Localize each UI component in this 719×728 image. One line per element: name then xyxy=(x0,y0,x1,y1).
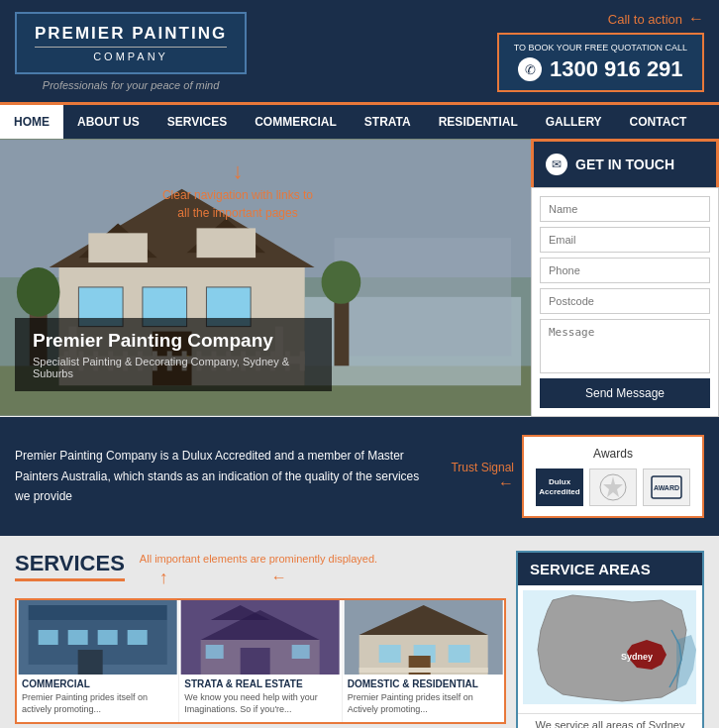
svg-rect-47 xyxy=(68,630,88,645)
service-card-residential[interactable]: DOMESTIC & RESIDENTIAL Premier Painting … xyxy=(343,600,504,722)
award-3: AWARD xyxy=(643,468,690,506)
services-header: SERVICES All important elements are prom… xyxy=(15,551,506,588)
service-areas: SERVICE AREAS Sydney We service all area… xyxy=(516,551,704,728)
svg-rect-20 xyxy=(334,297,349,365)
contact-form[interactable]: Send Message xyxy=(531,187,719,417)
hero-subtitle: Specialist Painting & Decorating Company… xyxy=(33,356,314,379)
phone-input[interactable] xyxy=(540,258,710,283)
cta-annotation: Call to action ← xyxy=(608,10,704,28)
logo-tagline: Professionals for your peace of mind xyxy=(15,79,247,91)
svg-rect-49 xyxy=(128,630,148,645)
services-title: SERVICES xyxy=(15,551,125,581)
service-commercial-label: COMMERCIAL xyxy=(17,675,178,691)
service-residential-image xyxy=(343,600,504,675)
svg-point-19 xyxy=(17,267,60,317)
nav-residential[interactable]: RESIDENTIAL xyxy=(425,105,532,139)
get-touch-header: ✉ GET IN TOUCH xyxy=(531,139,719,187)
navigation: HOME ABOUT US SERVICES COMMERCIAL STRATA… xyxy=(0,102,719,139)
awards-box: Awards DuluxAccredited AWARD xyxy=(522,435,704,518)
svg-marker-41 xyxy=(603,476,623,497)
phone-icon: ✆ xyxy=(518,57,542,81)
service-commercial-image xyxy=(17,600,178,675)
services-left: SERVICES All important elements are prom… xyxy=(15,551,506,728)
svg-text:Sydney: Sydney xyxy=(621,652,653,662)
awards-title: Awards xyxy=(536,447,690,461)
cta-phone: ✆ 1300 916 291 xyxy=(514,56,687,82)
annotation-down-arrow: ↓ xyxy=(158,158,317,184)
svg-rect-8 xyxy=(197,228,257,258)
nav-services[interactable]: SERVICES xyxy=(154,105,241,139)
sydney-map-svg: Sydney xyxy=(523,590,696,704)
svg-text:AWARD: AWARD xyxy=(654,484,679,491)
logo-container: PREMIER PAINTING COMPANY Professionals f… xyxy=(15,12,247,91)
trust-signal-label: Trust Signal xyxy=(451,461,514,474)
trust-section: Premier Painting Company is a Dulux Accr… xyxy=(0,417,719,536)
service-residential-label: DOMESTIC & RESIDENTIAL xyxy=(343,675,504,691)
header: PREMIER PAINTING COMPANY Professionals f… xyxy=(0,0,719,102)
logo-company: COMPANY xyxy=(35,51,227,62)
get-touch-label: GET IN TOUCH xyxy=(575,156,674,172)
logo-divider xyxy=(35,47,227,48)
service-residential-desc: Premier Painting prides itself on Active… xyxy=(343,691,504,722)
cta-area: Call to action ← TO BOOK YOUR FREE QUOTA… xyxy=(497,10,704,92)
hero-area: ↓ Clear navigation with links to all the… xyxy=(0,139,719,417)
trust-annotation: Trust Signal ← xyxy=(451,461,514,492)
svg-rect-56 xyxy=(206,645,224,659)
service-commercial-desc: Premier Painting prides itself on active… xyxy=(17,691,178,722)
cta-book-text: TO BOOK YOUR FREE QUOTATION CALL xyxy=(514,43,687,52)
envelope-icon: ✉ xyxy=(546,154,567,175)
svg-rect-66 xyxy=(359,668,487,673)
service-areas-caption: We service all areas of Sydney xyxy=(518,713,702,728)
services-section: SERVICES All important elements are prom… xyxy=(0,536,719,728)
trust-signal-wrapper: Trust Signal ← Awards DuluxAccredited AW… xyxy=(451,435,704,518)
cta-box[interactable]: TO BOOK YOUR FREE QUOTATION CALL ✆ 1300 … xyxy=(497,33,704,92)
hero-title: Premier Painting Company xyxy=(33,330,314,352)
services-arrow-right-icon: ← xyxy=(271,569,287,586)
name-input[interactable] xyxy=(540,196,710,222)
svg-rect-46 xyxy=(39,630,58,645)
nav-about[interactable]: ABOUT US xyxy=(63,105,154,139)
service-strata-image xyxy=(179,600,341,675)
svg-point-21 xyxy=(322,260,361,304)
svg-rect-51 xyxy=(78,650,103,675)
svg-rect-64 xyxy=(448,645,469,663)
service-card-commercial[interactable]: COMMERCIAL Premier Painting prides itsel… xyxy=(17,600,179,722)
services-arrow-up: ↑ xyxy=(159,568,168,588)
svg-rect-48 xyxy=(98,630,118,645)
message-input[interactable] xyxy=(540,319,710,373)
awards-list: DuluxAccredited AWARD xyxy=(536,468,690,506)
hero-overlay: Premier Painting Company Specialist Pain… xyxy=(15,318,332,391)
logo-box: PREMIER PAINTING COMPANY xyxy=(15,12,247,74)
send-button[interactable]: Send Message xyxy=(540,378,710,408)
postcode-input[interactable] xyxy=(540,288,710,314)
services-annotation-wrapper: All important elements are prominently d… xyxy=(140,551,377,588)
nav-commercial[interactable]: COMMERCIAL xyxy=(241,105,351,139)
svg-rect-17 xyxy=(334,238,511,356)
service-areas-title: SERVICE AREAS xyxy=(518,553,702,585)
service-areas-map: Sydney xyxy=(518,585,702,713)
trust-arrow-icon: ← xyxy=(498,474,514,492)
contact-sidebar: ✉ GET IN TOUCH Send Message xyxy=(531,139,719,417)
services-grid: COMMERCIAL Premier Painting prides itsel… xyxy=(15,598,506,724)
svg-rect-50 xyxy=(29,605,167,620)
hero-section: ↓ Clear navigation with links to all the… xyxy=(0,139,531,417)
nav-gallery[interactable]: GALLERY xyxy=(532,105,616,139)
email-input[interactable] xyxy=(540,227,710,253)
service-card-strata[interactable]: STRATA & REAL ESTATE We know you need he… xyxy=(179,600,342,722)
nav-strata[interactable]: STRATA xyxy=(351,105,425,139)
arrow-left-icon: ← xyxy=(688,10,704,28)
nav-annotation: ↓ Clear navigation with links to all the… xyxy=(158,158,317,222)
nav-contact[interactable]: CONTACT xyxy=(616,105,701,139)
hero-background: ↓ Clear navigation with links to all the… xyxy=(0,139,531,416)
award-dulux: DuluxAccredited xyxy=(536,468,583,506)
svg-rect-55 xyxy=(241,648,270,675)
service-strata-desc: We know you need help with your Imaginat… xyxy=(179,691,341,722)
logo-title: PREMIER PAINTING xyxy=(35,24,227,44)
cta-label: Call to action xyxy=(608,12,682,27)
service-strata-label: STRATA & REAL ESTATE xyxy=(179,675,341,691)
services-annotation: All important elements are prominently d… xyxy=(140,551,377,568)
svg-rect-62 xyxy=(378,645,400,663)
trust-text: Premier Painting Company is a Dulux Accr… xyxy=(15,446,436,506)
svg-rect-57 xyxy=(292,645,310,659)
nav-home[interactable]: HOME xyxy=(0,105,63,139)
